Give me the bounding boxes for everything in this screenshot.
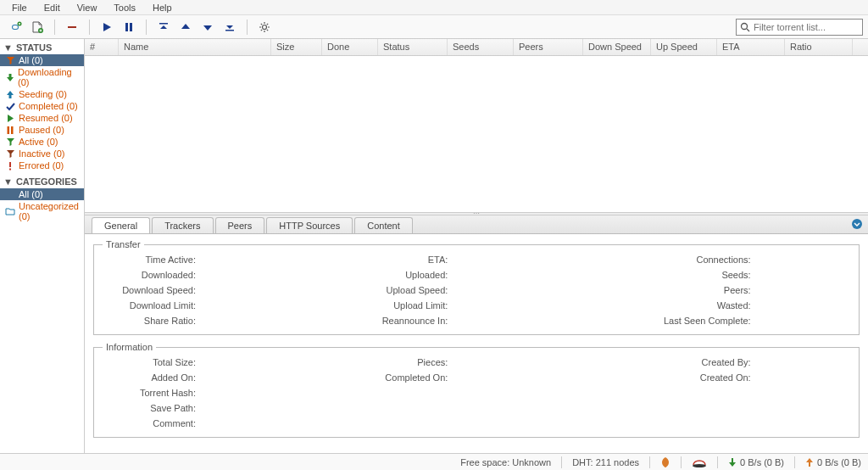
menu-edit[interactable]: Edit xyxy=(36,1,69,14)
filter-input[interactable] xyxy=(754,22,855,32)
move-down-button[interactable] xyxy=(198,18,218,36)
menu-help[interactable]: Help xyxy=(144,1,181,14)
status-item-6[interactable]: Active (0) xyxy=(0,136,84,148)
column-header-peers[interactable]: Peers xyxy=(514,39,583,55)
status-item-8[interactable]: Errored (0) xyxy=(0,159,84,171)
toolbar xyxy=(0,15,868,39)
collapse-icon: ▼ xyxy=(3,176,13,187)
add-file-button[interactable] xyxy=(27,18,47,36)
settings-button[interactable] xyxy=(254,18,275,36)
tab-content[interactable]: Content xyxy=(354,217,413,233)
transfer-fieldset: Transfer Time Active:ETA:Connections:Dow… xyxy=(93,239,860,335)
menubar: File Edit View Tools Help xyxy=(0,0,868,15)
information-label: Added On: xyxy=(103,372,196,383)
tab-trackers[interactable]: Trackers xyxy=(152,217,213,233)
information-legend: Information xyxy=(103,342,156,352)
status-item-0[interactable]: All (0) xyxy=(0,54,84,66)
status-item-3[interactable]: Completed (0) xyxy=(0,100,84,112)
information-label: Comment: xyxy=(103,418,196,428)
transfer-label: Last Seen Complete: xyxy=(607,316,751,326)
categories-item-0[interactable]: All (0) xyxy=(0,188,84,200)
funnel-icon xyxy=(5,56,15,65)
svg-point-7 xyxy=(263,25,267,29)
svg-rect-10 xyxy=(11,126,14,134)
remove-button[interactable] xyxy=(62,18,82,36)
up-speed-status[interactable]: 0 B/s (0 B) xyxy=(805,457,861,467)
sidebar-item-label: Completed (0) xyxy=(19,101,78,111)
information-label: Pieces: xyxy=(354,357,448,367)
tab-general[interactable]: General xyxy=(92,217,150,233)
up-arrow-icon xyxy=(5,90,15,99)
tab-http-sources[interactable]: HTTP Sources xyxy=(266,217,353,233)
funnel-icon xyxy=(5,137,15,147)
column-header-up-speed[interactable]: Up Speed xyxy=(651,39,717,55)
freespace-status: Free space: Unknown xyxy=(460,457,551,467)
sidebar-item-label: Seeding (0) xyxy=(19,89,67,99)
information-fieldset: Information Total Size:Pieces:Created By… xyxy=(93,342,860,438)
sidebar-item-label: Active (0) xyxy=(19,137,58,147)
filter-box[interactable] xyxy=(736,19,863,36)
play-icon xyxy=(5,114,15,123)
information-label xyxy=(607,403,751,413)
down-arrow-icon xyxy=(728,457,737,467)
menu-file[interactable]: File xyxy=(3,1,36,14)
move-bottom-button[interactable] xyxy=(220,18,240,36)
move-top-button[interactable] xyxy=(153,18,174,36)
transfer-label: Uploaded: xyxy=(354,270,448,280)
status-item-4[interactable]: Resumed (0) xyxy=(0,112,84,124)
check-icon xyxy=(5,102,15,111)
column-header-eta[interactable]: ETA xyxy=(717,39,785,55)
svg-rect-12 xyxy=(9,168,11,170)
funnel-icon xyxy=(5,149,15,159)
tab-peers[interactable]: Peers xyxy=(215,217,265,233)
transfer-label: Connections: xyxy=(607,255,751,265)
status-item-2[interactable]: Seeding (0) xyxy=(0,88,84,100)
transfer-label: ETA: xyxy=(354,255,448,265)
collapse-icon: ▼ xyxy=(3,42,13,53)
transfer-label: Time Active: xyxy=(103,255,196,265)
categories-item-1[interactable]: Uncategorized (0) xyxy=(0,200,84,222)
status-header[interactable]: ▼ STATUS xyxy=(0,41,84,54)
column-header-status[interactable]: Status xyxy=(378,39,448,55)
column-header-down-speed[interactable]: Down Speed xyxy=(583,39,651,55)
menu-tools[interactable]: Tools xyxy=(105,1,144,14)
add-link-button[interactable] xyxy=(5,18,25,36)
svg-rect-6 xyxy=(225,30,234,31)
pause-icon xyxy=(5,126,15,135)
column-header--[interactable]: # xyxy=(85,39,119,55)
resume-button[interactable] xyxy=(97,18,117,36)
information-label: Save Path: xyxy=(103,403,196,413)
svg-point-13 xyxy=(852,219,862,229)
column-header-seeds[interactable]: Seeds xyxy=(448,39,514,55)
status-item-1[interactable]: Downloading (0) xyxy=(0,66,84,88)
categories-header[interactable]: ▼ CATEGORIES xyxy=(0,175,84,188)
column-header-ratio[interactable]: Ratio xyxy=(785,39,853,55)
sidebar-item-label: Resumed (0) xyxy=(19,113,73,123)
table-header: #NameSizeDoneStatusSeedsPeersDown SpeedU… xyxy=(85,39,868,56)
sidebar-item-label: Inactive (0) xyxy=(19,148,64,159)
svg-point-14 xyxy=(693,464,706,467)
svg-rect-3 xyxy=(125,23,128,31)
status-item-5[interactable]: Paused (0) xyxy=(0,124,84,136)
move-up-button[interactable] xyxy=(175,18,196,36)
column-header-size[interactable]: Size xyxy=(271,39,322,55)
column-header-name[interactable]: Name xyxy=(119,39,271,55)
sidebar: ▼ STATUS All (0)Downloading (0)Seeding (… xyxy=(0,39,85,453)
firewall-icon[interactable] xyxy=(660,456,670,468)
transfer-label: Downloaded: xyxy=(103,270,196,280)
column-header-done[interactable]: Done xyxy=(322,39,378,55)
menu-view[interactable]: View xyxy=(69,1,106,14)
svg-rect-4 xyxy=(130,23,132,31)
speed-graph-icon[interactable] xyxy=(692,457,707,467)
search-icon xyxy=(740,22,750,32)
transfer-label: Reannounce In: xyxy=(354,316,448,326)
sidebar-item-label: Uncategorized (0) xyxy=(19,201,81,221)
svg-point-8 xyxy=(742,23,748,29)
svg-rect-9 xyxy=(8,126,10,134)
folder-icon xyxy=(5,207,15,215)
pause-button[interactable] xyxy=(119,18,139,36)
dht-status[interactable]: DHT: 211 nodes xyxy=(572,457,639,467)
collapse-details-icon[interactable] xyxy=(851,218,863,230)
down-speed-status[interactable]: 0 B/s (0 B) xyxy=(728,457,784,467)
status-item-7[interactable]: Inactive (0) xyxy=(0,148,84,159)
